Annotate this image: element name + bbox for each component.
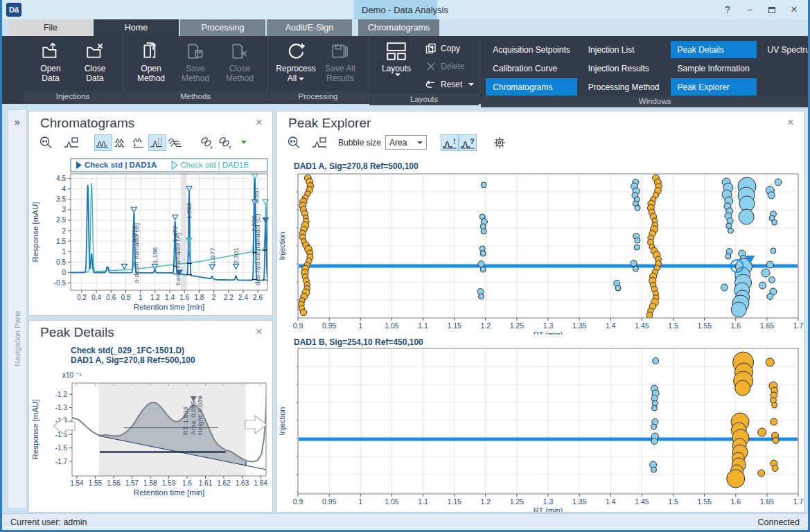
current-user-status: Current user: admin xyxy=(10,517,87,527)
ribbon-group-processing: Reprocess All Save All Results Processin… xyxy=(268,36,369,104)
show-unidentified-peaks-icon[interactable]: ? xyxy=(459,134,477,151)
stack-3d-icon[interactable] xyxy=(166,134,184,151)
help-button[interactable]: ? xyxy=(716,1,739,18)
save-method-icon xyxy=(185,41,206,62)
reset-layout-button[interactable]: Reset xyxy=(425,78,474,91)
tab-chromatograms[interactable]: Chromatograms xyxy=(358,19,439,36)
save-all-results-button[interactable]: Save All Results xyxy=(318,39,362,83)
svg-text:1.3: 1.3 xyxy=(543,497,554,506)
bubble-chart-2[interactable]: 0.90.9511.051.11.151.21.251.31.351.41.45… xyxy=(277,347,804,512)
svg-text:1.54: 1.54 xyxy=(70,479,84,487)
bubble-chart-1[interactable]: 0.90.9511.051.11.151.21.251.31.351.41.45… xyxy=(277,172,804,335)
window-toggle-chromatograms[interactable]: Chromatograms xyxy=(486,78,576,96)
svg-text:2.557: 2.557 xyxy=(252,187,260,204)
zoom-region-icon[interactable] xyxy=(62,134,80,151)
svg-text:1: 1 xyxy=(358,321,362,330)
svg-text:1.62: 1.62 xyxy=(217,479,231,487)
ribbon-tabs: File Home Processing Audit/E-Sign Chroma… xyxy=(2,19,808,36)
svg-text:RT (min): RT (min) xyxy=(534,506,563,512)
svg-text:1.5: 1.5 xyxy=(56,238,66,245)
show-identified-peaks-icon[interactable]: ! xyxy=(441,134,459,151)
bubble-size-select[interactable]: Area xyxy=(385,135,427,150)
bubble-chart-1-title: DAD1 A, Sig=270,8 Ref=500,100 xyxy=(294,161,419,171)
window-toggle-processing-method[interactable]: Processing Method xyxy=(581,78,667,96)
stack-signals-icon[interactable] xyxy=(112,134,130,151)
navigation-pane-label: Navigation Pane xyxy=(8,269,26,408)
close-chromatograms-icon[interactable]: × xyxy=(256,116,263,129)
open-data-button[interactable]: Open Data xyxy=(28,39,73,83)
minimize-button[interactable]: − xyxy=(739,1,761,18)
tab-audit-esign[interactable]: Audit/E-Sign xyxy=(267,19,352,36)
expand-pane-icon[interactable]: » xyxy=(8,116,26,127)
window-toggle-uv-spectrum[interactable]: UV Spectrum xyxy=(761,41,810,58)
delete-layout-button[interactable]: Delete xyxy=(425,60,474,73)
separate-signals-icon[interactable] xyxy=(130,134,148,151)
reprocess-icon xyxy=(285,41,306,62)
layouts-icon xyxy=(385,41,407,62)
zoom-out-icon[interactable] xyxy=(285,134,303,151)
open-method-icon xyxy=(141,41,161,62)
open-method-button[interactable]: Open Method xyxy=(129,39,173,83)
svg-text:Injection: Injection xyxy=(278,407,286,436)
open-data-icon xyxy=(40,41,61,62)
group-label-windows: Windows xyxy=(481,96,810,107)
peak-details-chart[interactable]: Check std(_029_1FC-1501.D)DAD1 A, Sig=27… xyxy=(29,344,272,511)
layouts-button[interactable]: Layouts xyxy=(374,39,419,94)
tab-processing[interactable]: Processing xyxy=(180,19,265,36)
chevron-down-icon xyxy=(395,73,400,76)
zoom-out-icon[interactable] xyxy=(37,134,55,151)
svg-text:1.6: 1.6 xyxy=(730,321,741,330)
bubble-size-label: Bubble size xyxy=(338,138,381,148)
reprocess-all-button[interactable]: Reprocess All xyxy=(274,39,318,83)
window-toggle-peak-explorer[interactable]: Peak Explorer xyxy=(671,78,757,96)
svg-text:1: 1 xyxy=(62,248,66,256)
close-button[interactable]: × xyxy=(783,1,805,18)
save-method-button[interactable]: Save Method xyxy=(173,39,218,83)
window-toggle-injection-results[interactable]: Injection Results xyxy=(581,60,667,77)
settings-gear-icon[interactable] xyxy=(491,134,509,151)
close-method-button[interactable]: Close Method xyxy=(218,39,262,83)
peak-details-panel-title: Peak Details xyxy=(40,325,114,340)
svg-text:Response [mAU]: Response [mAU] xyxy=(31,202,39,263)
svg-text:x: x xyxy=(210,144,213,150)
bubble-chart-2-title: DAD1 B, Sig=254,10 Ref=450,100 xyxy=(294,337,423,347)
tab-home[interactable]: Home xyxy=(94,19,179,36)
zoom-region-icon[interactable] xyxy=(310,134,328,151)
group-label-layouts: Layouts xyxy=(369,94,479,105)
svg-text:Check std | DAD1B: Check std | DAD1B xyxy=(180,161,249,169)
svg-text:1.45: 1.45 xyxy=(635,497,649,506)
connection-status: Connected xyxy=(758,517,800,527)
more-options-icon[interactable] xyxy=(241,141,247,144)
window-toggle-injection-list[interactable]: Injection List xyxy=(581,41,667,58)
svg-text:1.2: 1.2 xyxy=(150,294,160,301)
close-peak-details-icon[interactable]: × xyxy=(256,325,263,338)
svg-text:1.65: 1.65 xyxy=(760,321,775,330)
close-peak-explorer-icon[interactable]: × xyxy=(787,116,794,129)
maximize-button[interactable] xyxy=(761,1,783,18)
unlink-x-axis-icon[interactable]: x xyxy=(198,134,216,151)
svg-text:1.1: 1.1 xyxy=(418,497,428,506)
svg-text:0.95: 0.95 xyxy=(322,497,337,506)
window-toggle-peak-details[interactable]: Peak Details xyxy=(671,41,757,58)
svg-text:-1.3: -1.3 xyxy=(55,404,68,411)
group-label-injections: Injections xyxy=(24,91,122,103)
overlay-signals-icon[interactable] xyxy=(94,134,112,151)
copy-layout-button[interactable]: Copy xyxy=(425,42,474,55)
svg-text:1.4: 1.4 xyxy=(606,497,616,506)
unlink-y-axis-icon[interactable]: Y xyxy=(216,134,234,151)
svg-text:2: 2 xyxy=(62,227,66,235)
svg-text:1.64: 1.64 xyxy=(254,479,267,487)
window-toggle-acquisition-setpoints[interactable]: Acquisition Setpoints xyxy=(486,41,576,58)
close-data-button[interactable]: Close Data xyxy=(73,39,117,83)
chromatograms-panel-title: Chromatograms xyxy=(40,116,134,131)
group-label-processing: Processing xyxy=(269,91,367,103)
window-toggle-sample-information[interactable]: Sample Information xyxy=(671,60,757,77)
chromatogram-chart[interactable]: 0.912o-desm tramadol (D)1.1961.472trans-… xyxy=(29,154,272,315)
tab-file[interactable]: File xyxy=(9,19,92,36)
compare-signal-icon[interactable] xyxy=(148,134,166,151)
svg-text:1.65: 1.65 xyxy=(760,497,775,506)
svg-text:0: 0 xyxy=(62,269,66,276)
navigation-pane-collapsed[interactable]: » Navigation Pane xyxy=(8,109,27,508)
window-toggle-calibration-curve[interactable]: Calibration Curve xyxy=(486,60,576,77)
app-window: Dâ Demo - Data Analysis ? − × File Home … xyxy=(0,0,810,532)
